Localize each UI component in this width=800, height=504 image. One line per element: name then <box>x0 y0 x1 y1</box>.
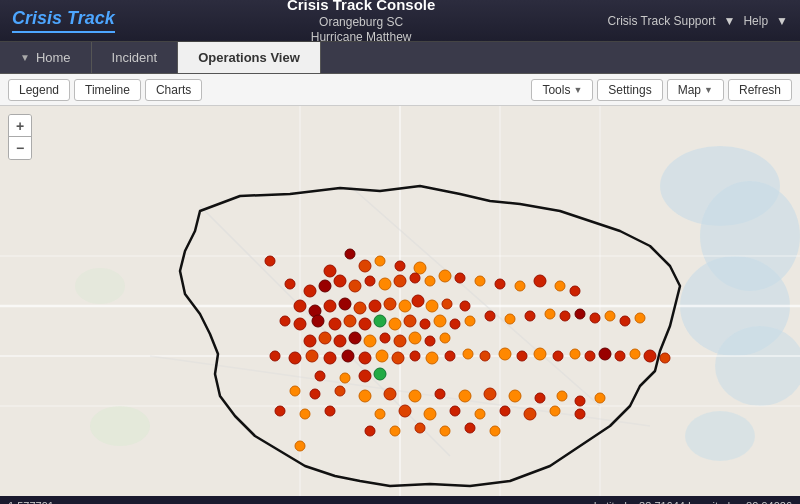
map-marker[interactable] <box>384 298 397 311</box>
map-marker[interactable] <box>599 348 612 361</box>
map-marker[interactable] <box>335 386 346 397</box>
map-marker[interactable] <box>285 279 296 290</box>
map-marker[interactable] <box>660 353 671 364</box>
map-marker[interactable] <box>445 351 456 362</box>
map-marker[interactable] <box>395 261 406 272</box>
map-marker[interactable] <box>289 352 302 365</box>
map-marker[interactable] <box>644 350 657 363</box>
map-marker[interactable] <box>424 408 437 421</box>
map-marker[interactable] <box>440 333 451 344</box>
map-marker[interactable] <box>374 368 387 381</box>
map-marker[interactable] <box>409 390 422 403</box>
map-marker[interactable] <box>615 351 626 362</box>
map-marker[interactable] <box>499 348 512 361</box>
tools-button[interactable]: Tools ▼ <box>531 79 593 101</box>
map-marker[interactable] <box>324 300 337 313</box>
map-marker[interactable] <box>575 396 586 407</box>
map-marker[interactable] <box>334 335 347 348</box>
tab-operations[interactable]: Operations View <box>178 42 321 73</box>
map-marker[interactable] <box>275 406 286 417</box>
map-marker[interactable] <box>605 311 616 322</box>
map-marker[interactable] <box>325 406 336 417</box>
map-marker[interactable] <box>550 406 561 417</box>
map-marker[interactable] <box>465 316 476 327</box>
map-marker[interactable] <box>545 309 556 320</box>
help-link[interactable]: Help <box>743 14 768 28</box>
map-marker[interactable] <box>319 332 332 345</box>
map-marker[interactable] <box>375 256 386 267</box>
map-marker[interactable] <box>575 309 586 320</box>
map-marker[interactable] <box>392 352 405 365</box>
map-marker[interactable] <box>495 279 506 290</box>
map-marker[interactable] <box>344 315 357 328</box>
zoom-out-button[interactable]: − <box>9 137 31 159</box>
map-marker[interactable] <box>349 280 362 293</box>
map-marker[interactable] <box>265 256 276 267</box>
map-marker[interactable] <box>450 406 461 417</box>
map-marker[interactable] <box>465 423 476 434</box>
map-marker[interactable] <box>342 350 355 363</box>
map-marker[interactable] <box>304 335 317 348</box>
map-marker[interactable] <box>339 298 352 311</box>
map-marker[interactable] <box>319 280 332 293</box>
zoom-in-button[interactable]: + <box>9 115 31 137</box>
map-marker[interactable] <box>475 409 486 420</box>
map-marker[interactable] <box>595 393 606 404</box>
map-marker[interactable] <box>509 390 522 403</box>
map-marker[interactable] <box>490 426 501 437</box>
map-marker[interactable] <box>329 318 342 331</box>
map-button[interactable]: Map ▼ <box>667 79 724 101</box>
map-marker[interactable] <box>409 332 422 345</box>
map-marker[interactable] <box>420 319 431 330</box>
map-marker[interactable] <box>435 389 446 400</box>
map-marker[interactable] <box>369 300 382 313</box>
map-marker[interactable] <box>515 281 526 292</box>
map-marker[interactable] <box>442 299 453 310</box>
map-marker[interactable] <box>555 281 566 292</box>
map-marker[interactable] <box>324 352 337 365</box>
map-marker[interactable] <box>575 409 586 420</box>
map-marker[interactable] <box>375 409 386 420</box>
map-marker[interactable] <box>635 313 646 324</box>
map-marker[interactable] <box>485 311 496 322</box>
map-marker[interactable] <box>376 350 389 363</box>
map-marker[interactable] <box>570 286 581 297</box>
map-marker[interactable] <box>463 349 474 360</box>
map-marker[interactable] <box>460 301 471 312</box>
map-marker[interactable] <box>630 349 641 360</box>
map-marker[interactable] <box>585 351 596 362</box>
map-marker[interactable] <box>434 315 447 328</box>
map-marker[interactable] <box>359 318 372 331</box>
map-marker[interactable] <box>557 391 568 402</box>
map-marker[interactable] <box>440 426 451 437</box>
map-marker[interactable] <box>365 276 376 287</box>
map-marker[interactable] <box>390 426 401 437</box>
map-marker[interactable] <box>450 319 461 330</box>
map-marker[interactable] <box>280 316 291 327</box>
map-marker[interactable] <box>359 390 372 403</box>
map-marker[interactable] <box>517 351 528 362</box>
map-marker[interactable] <box>312 315 325 328</box>
refresh-button[interactable]: Refresh <box>728 79 792 101</box>
map-marker[interactable] <box>524 408 537 421</box>
map-marker[interactable] <box>500 406 511 417</box>
support-link[interactable]: Crisis Track Support <box>608 14 716 28</box>
map-marker[interactable] <box>394 275 407 288</box>
map-marker[interactable] <box>425 276 436 287</box>
map-marker[interactable] <box>394 335 407 348</box>
map-marker[interactable] <box>349 332 362 345</box>
map-marker[interactable] <box>425 336 436 347</box>
map-marker[interactable] <box>340 373 351 384</box>
legend-button[interactable]: Legend <box>8 79 70 101</box>
map-marker[interactable] <box>359 260 372 273</box>
map-marker[interactable] <box>399 300 412 313</box>
map-marker[interactable] <box>379 278 392 291</box>
map-marker[interactable] <box>374 315 387 328</box>
map-marker[interactable] <box>364 335 377 348</box>
map-marker[interactable] <box>439 270 452 283</box>
map-marker[interactable] <box>380 333 391 344</box>
map-marker[interactable] <box>525 311 536 322</box>
map-marker[interactable] <box>410 351 421 362</box>
map-marker[interactable] <box>534 348 547 361</box>
map-marker[interactable] <box>345 249 356 260</box>
